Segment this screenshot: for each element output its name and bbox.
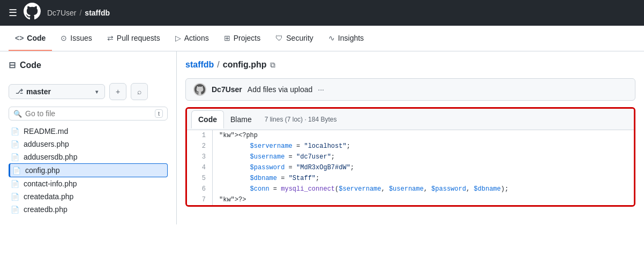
- tab-actions[interactable]: ▷ Actions: [169, 26, 215, 51]
- projects-icon: ⊞: [224, 34, 230, 42]
- repo-name[interactable]: staffdb: [85, 9, 110, 17]
- main-layout: ⊟ Code ⎇ master ▾ + ⌕ 🔍 t 📄 README.md 📄: [0, 51, 644, 224]
- security-icon: 🛡: [275, 34, 283, 42]
- repo-nav: <> Code ⊙ Issues ⇄ Pull requests ▷ Actio…: [0, 26, 644, 51]
- branch-selector[interactable]: ⎇ master ▾: [9, 84, 105, 99]
- table-row: 2 $servername = "localhost";: [187, 141, 634, 152]
- chevron-down-icon: ▾: [95, 89, 98, 95]
- pull-request-icon: ⇄: [107, 34, 114, 42]
- file-icon: 📄: [11, 153, 19, 161]
- commit-message: Add files via upload: [248, 85, 312, 94]
- insights-icon: ∿: [328, 34, 335, 42]
- avatar: [193, 83, 206, 96]
- file-icon: 📄: [11, 127, 19, 136]
- code-view: Code Blame 7 lines (7 loc) · 184 Bytes 1…: [185, 107, 635, 207]
- code-tabs: Code Blame 7 lines (7 loc) · 184 Bytes: [187, 109, 634, 130]
- sidebar-header: ⊟ Code: [9, 60, 168, 74]
- file-item-addusers[interactable]: 📄 addusers.php: [9, 138, 168, 150]
- tab-insights[interactable]: ∿ Insights: [322, 26, 370, 51]
- file-breadcrumb: staffdb / config.php ⧉: [185, 60, 635, 70]
- repo-breadcrumb-link[interactable]: staffdb: [185, 60, 214, 70]
- table-row: 5 $dbname = "Staff";: [187, 173, 634, 184]
- branch-bar: ⎇ master ▾ + ⌕: [9, 83, 168, 100]
- search-input[interactable]: [25, 109, 155, 118]
- table-row: 7"kw">?>: [187, 194, 634, 205]
- file-icon: 📄: [12, 167, 21, 175]
- code-icon: <>: [15, 34, 24, 42]
- file-icon: 📄: [11, 206, 19, 214]
- file-item-config[interactable]: 📄 config.php: [9, 163, 168, 177]
- add-file-button[interactable]: +: [109, 83, 126, 100]
- file-item-contact[interactable]: 📄 contact-info.php: [9, 177, 168, 190]
- commit-author[interactable]: Dc7User: [212, 85, 242, 94]
- file-content: staffdb / config.php ⧉ Dc7User Add files…: [177, 51, 644, 224]
- commit-bar: Dc7User Add files via upload ···: [185, 78, 635, 101]
- tab-code[interactable]: <> Code: [9, 26, 52, 51]
- search-file-button[interactable]: ⌕: [131, 83, 148, 100]
- file-icon: 📄: [11, 180, 19, 188]
- search-icon: 🔍: [13, 110, 22, 118]
- panel-icon: ⊟: [9, 60, 16, 70]
- branch-icon: ⎇: [16, 88, 23, 95]
- file-icon: 📄: [11, 140, 19, 148]
- file-item-addusersdb[interactable]: 📄 addusersdb.php: [9, 150, 168, 163]
- file-list: 📄 README.md 📄 addusers.php 📄 addusersdb.…: [9, 125, 168, 216]
- file-item-createdata[interactable]: 📄 createdata.php: [9, 190, 168, 203]
- file-icon: 📄: [11, 193, 19, 201]
- tab-issues[interactable]: ⊙ Issues: [54, 26, 98, 51]
- copy-path-icon[interactable]: ⧉: [270, 61, 275, 70]
- tab-blame-view[interactable]: Blame: [224, 111, 258, 128]
- tab-code-view[interactable]: Code: [191, 110, 224, 129]
- search-key-hint: t: [155, 109, 163, 118]
- file-item-readme[interactable]: 📄 README.md: [9, 125, 168, 138]
- table-row: 1"kw"><?php: [187, 130, 634, 141]
- table-row: 3 $username = "dc7user";: [187, 152, 634, 162]
- sidebar: ⊟ Code ⎇ master ▾ + ⌕ 🔍 t 📄 README.md 📄: [0, 51, 177, 224]
- issues-icon: ⊙: [61, 34, 67, 42]
- file-name: config.php: [223, 60, 267, 70]
- github-logo-icon[interactable]: [24, 3, 41, 23]
- tab-pull-requests[interactable]: ⇄ Pull requests: [101, 26, 167, 51]
- breadcrumb: Dc7User / staffdb: [47, 9, 110, 17]
- actions-icon: ▷: [175, 34, 181, 42]
- tab-projects[interactable]: ⊞ Projects: [218, 26, 267, 51]
- user-link[interactable]: Dc7User: [47, 9, 76, 17]
- topbar: ☰ Dc7User / staffdb: [0, 0, 644, 26]
- code-block: 1"kw"><?php2 $servername = "localhost";3…: [187, 130, 634, 205]
- hamburger-icon[interactable]: ☰: [9, 7, 17, 19]
- code-meta: 7 lines (7 loc) · 184 Bytes: [265, 116, 337, 123]
- commit-more-button[interactable]: ···: [318, 85, 324, 94]
- file-item-createdb[interactable]: 📄 createdb.php: [9, 203, 168, 216]
- table-row: 4 $password = "MdR3xOgB7#dW";: [187, 162, 634, 173]
- table-row: 6 $conn = mysqli_connect($servername, $u…: [187, 184, 634, 194]
- file-search-bar: 🔍 t: [9, 107, 168, 121]
- tab-security[interactable]: 🛡 Security: [269, 26, 320, 51]
